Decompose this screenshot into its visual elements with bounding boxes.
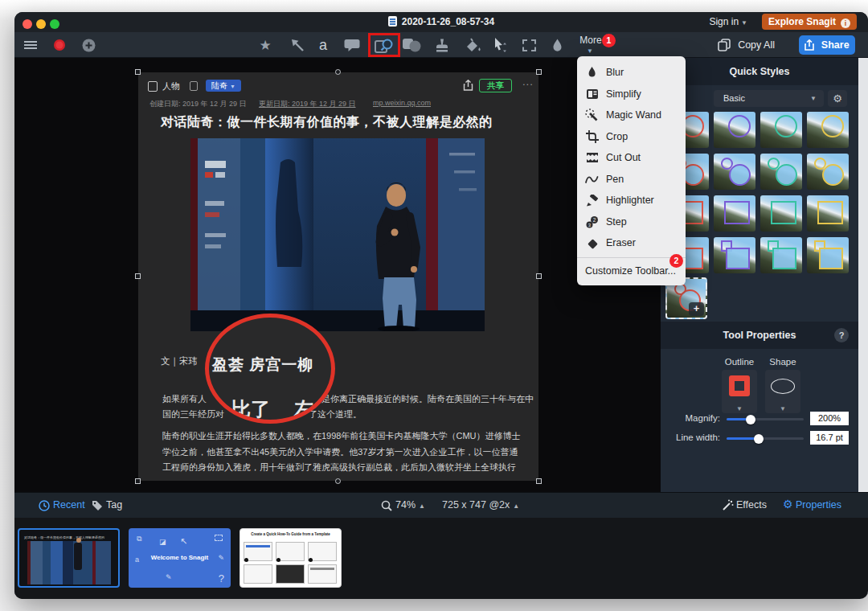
text-tool[interactable]: a [312, 35, 334, 55]
outline-color-picker[interactable]: ▼ [722, 370, 757, 413]
style-circle-teal[interactable] [760, 112, 802, 148]
line-width-slider-track[interactable] [727, 437, 804, 440]
add-style-icon[interactable]: + [689, 302, 704, 316]
share-button[interactable]: Share [799, 35, 855, 55]
resize-handle-n[interactable] [335, 69, 341, 75]
zoom-level[interactable]: 74%▲ [395, 499, 425, 511]
arrow-tool[interactable] [286, 35, 309, 55]
style-rect-purple[interactable] [714, 195, 755, 232]
shape-picker[interactable]: ▼ [765, 370, 800, 413]
move-tool[interactable] [489, 35, 512, 55]
menu-item-blur[interactable]: Blur [577, 62, 686, 84]
help-icon[interactable]: ? [834, 328, 849, 342]
menu-item-label: Blur [606, 67, 624, 78]
resize-handle-se[interactable] [536, 478, 542, 484]
resize-handle-s[interactable] [335, 478, 341, 484]
resize-handle-nw[interactable] [135, 69, 141, 75]
pen-icon [585, 172, 599, 186]
canvas-area: 人物 陆奇▼ 共享 ... 创建日期: 2019 年 12 月 29 日 更新日… [14, 58, 661, 492]
drop-icon [551, 38, 564, 53]
canvas-size[interactable]: 725 x 747 @2x▲ [442, 499, 519, 511]
style-annotation [714, 237, 755, 273]
thumbnail-current-capture[interactable]: 对话陆奇：做一件长期有价值的事，不被人理解是必然的 [18, 528, 120, 588]
properties-button[interactable]: Properties [796, 499, 841, 511]
customize-badge: 2 [669, 254, 683, 268]
simplify-icon [585, 87, 599, 100]
style-annotation [807, 154, 849, 190]
captured-image-canvas[interactable]: 人物 陆奇▼ 共享 ... 创建日期: 2019 年 12 月 29 日 更新日… [138, 72, 538, 481]
selection-tool[interactable] [518, 35, 540, 55]
style-circle-purple[interactable] [714, 112, 755, 148]
theme-select[interactable]: Basic▼ [714, 90, 824, 107]
copy-icon [718, 39, 731, 51]
capture-source-link: mp.weixin.qq.com [373, 99, 431, 107]
menu-item-customize-toolbar[interactable]: Customize Toolbar... 2 [577, 261, 686, 281]
magnify-tool[interactable] [373, 35, 395, 56]
magnify-slider-track[interactable] [727, 418, 804, 420]
style-magnify-circle-purple[interactable] [714, 154, 755, 190]
resize-handle-e[interactable] [536, 273, 542, 279]
style-magnify-circle-teal[interactable] [760, 154, 802, 190]
explore-snagit-button[interactable]: Explore Snagiti [762, 14, 857, 30]
line-width-slider-knob[interactable] [754, 434, 764, 444]
menu-item-label: Eraser [606, 237, 636, 248]
thumbnail-template-guide[interactable]: Create a Quick How-To Guide from a Templ… [240, 528, 342, 588]
more-tools-button[interactable]: More ▼ [577, 35, 604, 55]
ellipse-shape-icon [771, 379, 795, 394]
theme-gear-button[interactable]: ⚙ [828, 90, 847, 107]
style-circle-yellow[interactable] [807, 112, 849, 148]
shapes-tool[interactable] [400, 35, 423, 55]
resize-handle-ne[interactable] [536, 69, 542, 75]
stamp-icon [434, 38, 450, 53]
callout-icon [344, 38, 360, 52]
magnify-slider-knob[interactable] [746, 415, 755, 424]
eraser-icon [585, 236, 599, 250]
favorites-tool[interactable]: ★ [254, 35, 276, 55]
style-magnify-rect-purple[interactable] [714, 237, 755, 273]
sign-in-button[interactable]: Sign in▼ [709, 16, 747, 27]
line-width-value[interactable]: 16.7 pt [810, 431, 849, 445]
style-annotation [714, 195, 755, 232]
effects-button[interactable]: Effects [736, 499, 767, 511]
hamburger-menu-button[interactable] [19, 35, 42, 55]
capture-category: 人物 [162, 80, 180, 92]
style-magnify-rect-yellow[interactable] [807, 237, 849, 273]
recent-button[interactable]: Recent [53, 499, 85, 511]
snagit-editor-window: 2020-11-26_08-57-34 Sign in▼ Explore Sna… [14, 12, 868, 599]
tag-button[interactable]: Tag [106, 499, 122, 511]
menu-item-eraser[interactable]: Eraser [577, 232, 686, 254]
menu-item-crop[interactable]: Crop [577, 126, 686, 148]
thumbnail-title: 对话陆奇：做一件长期有价值的事，不被人理解是必然的 [24, 535, 104, 539]
menu-item-pen[interactable]: Pen [577, 169, 686, 191]
stamp-tool[interactable] [431, 35, 453, 55]
resize-handle-w[interactable] [135, 273, 141, 279]
menu-item-label: Magic Wand [606, 109, 661, 121]
magnify-annotation-circle[interactable]: 盈荟 房宫一柳 比了 左 [205, 314, 335, 424]
record-button[interactable] [48, 35, 71, 55]
menu-item-cut-out[interactable]: Cut Out [577, 147, 686, 169]
resize-handle-sw[interactable] [135, 478, 141, 484]
menu-item-step[interactable]: 23 Step [577, 211, 686, 233]
line-width-slider-row: Line width: 16.7 pt [661, 431, 858, 445]
style-magnify-circle-yellow[interactable] [807, 154, 849, 190]
style-magnify-rect-teal[interactable] [760, 237, 802, 273]
thumbnail-welcome[interactable]: ⧉ ◪ ↖ a ✎ ✎ ? Welcome to Snagit [129, 528, 231, 588]
callout-tool[interactable] [341, 35, 363, 55]
menu-item-magic-wand[interactable]: Magic Wand [577, 105, 686, 126]
copy-all-button[interactable]: Copy All [718, 35, 775, 55]
menu-item-label: Cut Out [606, 152, 641, 163]
paragraph-text: 是你离正确最接近的时候。陆奇在美国的三十年与在中 [321, 393, 534, 405]
blur-tool[interactable] [546, 35, 568, 55]
upload-icon [463, 80, 473, 94]
fill-tool[interactable] [461, 35, 484, 55]
clock-icon [39, 500, 50, 514]
info-icon: i [841, 18, 850, 28]
thumbnail-photo [27, 541, 111, 584]
add-capture-button[interactable] [77, 35, 100, 55]
menu-item-simplify[interactable]: Simplify [577, 84, 686, 105]
style-rect-teal[interactable] [760, 195, 802, 232]
menu-item-highlighter[interactable]: Highlighter [577, 190, 686, 211]
style-rect-yellow[interactable] [807, 195, 849, 232]
magnify-value[interactable]: 200% [810, 412, 849, 425]
effects-wand-icon [722, 499, 734, 514]
